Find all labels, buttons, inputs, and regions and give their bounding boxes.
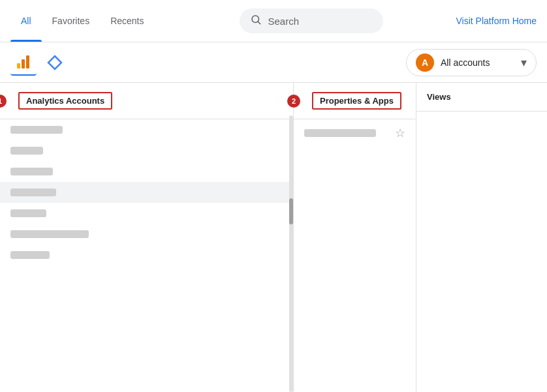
account-item-1[interactable]: [0, 119, 293, 140]
tab-all[interactable]: All: [10, 0, 42, 42]
search-icon: [250, 14, 262, 28]
account-item-3[interactable]: [0, 161, 293, 182]
dropdown-arrow-icon: ▾: [521, 55, 527, 70]
scrollbar-track: [289, 115, 293, 392]
account-avatar: A: [416, 53, 434, 72]
property-item-1[interactable]: ☆: [294, 119, 416, 147]
account-selector[interactable]: A All accounts ▾: [406, 49, 537, 76]
svg-rect-3: [22, 59, 25, 68]
col-properties: 2 Properties & Apps ☆: [294, 83, 416, 392]
svg-point-0: [252, 16, 259, 23]
analytics-icon[interactable]: [10, 50, 37, 76]
svg-marker-5: [48, 56, 61, 69]
badge-2: 2: [287, 95, 300, 108]
svg-rect-2: [17, 63, 20, 68]
search-bar[interactable]: Search: [240, 8, 383, 33]
account-item-2[interactable]: [0, 140, 293, 161]
nav-tabs: All Favorites Recents: [10, 0, 155, 42]
svg-rect-4: [26, 55, 29, 68]
properties-header: 2 Properties & Apps: [294, 83, 416, 119]
views-header: Views: [416, 83, 547, 112]
col-views: Views: [416, 83, 547, 392]
account-item-5[interactable]: [0, 203, 293, 224]
account-item-7[interactable]: [0, 245, 293, 265]
top-nav: All Favorites Recents Search Visit Platf…: [0, 0, 547, 42]
views-header-label: Views: [427, 92, 451, 102]
search-placeholder: Search: [268, 16, 300, 27]
visit-platform-link[interactable]: Visit Platform Home: [456, 16, 537, 26]
main-content: 1 Analytics Accounts: [0, 83, 547, 392]
ads-icon[interactable]: [42, 50, 68, 76]
tab-recents[interactable]: Recents: [100, 0, 154, 42]
properties-header-label: Properties & Apps: [312, 92, 401, 110]
accounts-header: 1 Analytics Accounts: [0, 83, 293, 119]
scrollbar-thumb[interactable]: [289, 198, 293, 224]
product-bar: A All accounts ▾: [0, 42, 547, 83]
star-icon[interactable]: ☆: [395, 126, 405, 140]
badge-1: 1: [0, 95, 7, 108]
account-item-6[interactable]: [0, 224, 293, 245]
tab-favorites[interactable]: Favorites: [42, 0, 101, 42]
svg-line-1: [258, 22, 260, 23]
account-item-4[interactable]: [0, 182, 293, 203]
accounts-header-label: Analytics Accounts: [18, 92, 112, 110]
account-label: All accounts: [441, 57, 514, 68]
col-accounts: 1 Analytics Accounts: [0, 83, 294, 392]
